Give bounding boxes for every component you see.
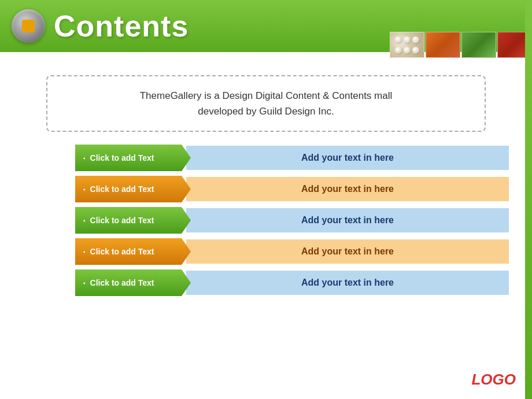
bullet-2: ▪ [83, 186, 86, 193]
row-label-1[interactable]: ▪ Click to add Text [75, 145, 191, 171]
row-text-2[interactable]: Add your text in here [186, 177, 509, 201]
bullet-4: ▪ [83, 249, 86, 255]
row-label-2[interactable]: ▪ Click to add Text [75, 176, 191, 202]
content-row-5: ▪ Click to add Text Add your text in her… [75, 269, 509, 296]
row-label-3[interactable]: ▪ Click to add Text [75, 207, 191, 234]
header-icon [12, 9, 45, 43]
header-icon-shape [22, 20, 35, 32]
row-label-text-5[interactable]: Click to add Text [90, 278, 154, 287]
row-text-5[interactable]: Add your text in here [186, 271, 509, 295]
row-label-text-3[interactable]: Click to add Text [90, 216, 154, 225]
content-row-4: ▪ Click to add Text Add your text in her… [75, 238, 509, 265]
row-label-4[interactable]: ▪ Click to add Text [75, 238, 191, 265]
bullet-3: ▪ [83, 217, 86, 224]
content-row-3: ▪ Click to add Text Add your text in her… [75, 207, 509, 234]
bullet-1: ▪ [83, 155, 86, 161]
pearl-3 [412, 36, 419, 43]
pearl-4 [395, 47, 402, 54]
row-text-4[interactable]: Add your text in here [186, 239, 509, 264]
row-text-1[interactable]: Add your text in here [186, 146, 509, 170]
pearl-5 [404, 47, 411, 54]
description-box: ThemeGallery is a Design Digital Content… [46, 75, 486, 132]
row-label-5[interactable]: ▪ Click to add Text [75, 269, 191, 296]
pearl-2 [404, 36, 411, 43]
description-text: ThemeGallery is a Design Digital Content… [65, 88, 467, 119]
pearl-6 [412, 47, 419, 54]
thumb-pearls [390, 32, 424, 58]
page-title: Contents [54, 9, 189, 43]
bullet-5: ▪ [83, 280, 86, 286]
thumb-orange [426, 32, 460, 58]
content-rows: ▪ Click to add Text Add your text in her… [75, 145, 509, 301]
row-label-text-1[interactable]: Click to add Text [90, 153, 154, 162]
thumb-green [461, 32, 496, 58]
row-label-text-2[interactable]: Click to add Text [90, 184, 154, 194]
row-label-text-4[interactable]: Click to add Text [90, 247, 154, 256]
content-row-1: ▪ Click to add Text Add your text in her… [75, 145, 509, 171]
logo: LOGO [471, 371, 516, 389]
thumbnail-row [390, 32, 532, 58]
pearl-1 [395, 36, 402, 43]
right-accent-bar [525, 0, 532, 399]
content-row-2: ▪ Click to add Text Add your text in her… [75, 176, 509, 202]
row-text-3[interactable]: Add your text in here [186, 208, 509, 232]
